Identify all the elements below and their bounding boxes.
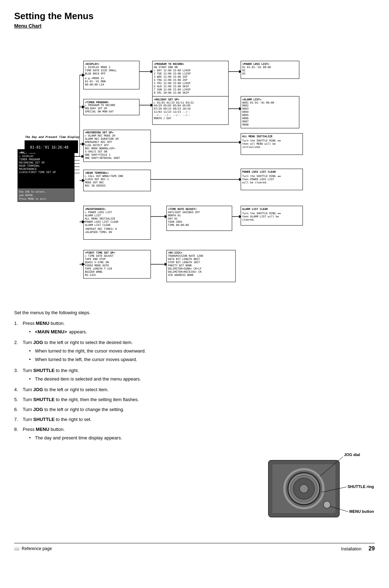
svg-text:▷ ALARM REC MODE           2H: ▷ ALARM REC MODE 2H <box>85 134 115 137</box>
svg-text:and ENTER.: and ENTER. <box>19 194 34 197</box>
svg-text:▷ CALL OUT     WRNG•TAPE END: ▷ CALL OUT WRNG•TAPE END <box>85 174 123 178</box>
steps-list: 1. Press MENU button. <MAIN MENU> appear… <box>14 320 375 443</box>
svg-text:QUASI V-SYNC          ON: QUASI V-SYNC ON <box>85 261 109 264</box>
svg-text:REC IN             SERIES: REC IN SERIES <box>85 184 105 187</box>
step-1: 1. Press MENU button. <MAIN MENU> appear… <box>14 320 375 337</box>
svg-text:<POWER LOSS LIST>: <POWER LOSS LIST> <box>242 62 269 66</box>
svg-text:0008: 0008 <box>242 123 249 126</box>
steps-intro: Set the menus by the following steps. <box>14 309 375 317</box>
svg-text:<DISPLAY>: <DISPLAY> <box>85 62 99 66</box>
svg-text:cleared.: cleared. <box>242 218 255 221</box>
svg-text:STOP BIT LENGTH       1BIT: STOP BIT LENGTH 1BIT <box>168 261 200 264</box>
step-4: 4. Turn JOG to the left or right to sele… <box>14 386 375 394</box>
svg-text:0005: 0005 <box>242 113 249 117</box>
svg-text:0004: 0004 <box>242 110 249 113</box>
svg-text:Turn the SHUTTLE RING ◄◄: Turn the SHUTTLE RING ◄◄ <box>242 139 280 142</box>
svg-text:3  WED   12:00   15:00      2S: 3 WED 12:00 15:00 2SP <box>154 75 188 78</box>
svg-text:▷ 01/01   01/15   02/11   03/2: ▷ 01/01 01/15 02/11 03/22 <box>154 101 194 104</box>
step-7: 7. Turn SHUTTLE to the right to set. <box>14 416 375 423</box>
svg-text:5  FRI   12:00   15:00   L24SP: 5 FRI 12:00 15:00 L24SP <box>154 82 191 85</box>
svg-text:<TIMER PROGRAM>: <TIMER PROGRAM> <box>85 101 109 104</box>
svg-point-156 <box>300 484 308 493</box>
svg-text:TIMER PROGRAM: TIMER PROGRAM <box>19 158 40 161</box>
menu-chart: <MAIN MENU> ▷ DISPLAY TIMER PROGRAM RECO… <box>14 32 375 302</box>
svg-text:0001   01-01-'01   00:00: 0001 01-01-'01 00:00 <box>242 101 274 104</box>
step-6: 6. Turn JOG to the left or right to chan… <box>14 406 375 414</box>
svg-text:SPECIAL DW         MON-SAT: SPECIAL DW MON-SAT <box>85 110 113 113</box>
svg-text:0003: 0003 <box>242 107 249 110</box>
svg-text:Turn the SHUTTLE RING ◄◄: Turn the SHUTTLE RING ◄◄ <box>242 174 280 178</box>
svg-text:<PROGRAM TO RECORD>: <PROGRAM TO RECORD> <box>154 62 184 66</box>
svg-text:RS-232C: RS-232C <box>85 273 96 277</box>
step-5: 5. Turn SHUTTLE to the right, then the s… <box>14 396 375 404</box>
step-8: 8. Press MENU button. The day and presen… <box>14 426 375 443</box>
svg-text:POWER LOSS LIST CLEAR: POWER LOSS LIST CLEAR <box>85 220 118 223</box>
svg-text:▷ DISPLAY MODE              2: ▷ DISPLAY MODE 2 <box>85 66 110 69</box>
svg-text:DELIMITER<SEND>      CR•LF: DELIMITER<SEND> CR•LF <box>168 267 202 270</box>
page-number: 29 <box>368 545 375 551</box>
svg-text:DAYLIGHT SAVINGS     OFF: DAYLIGHT SAVINGS OFF <box>168 211 200 214</box>
section-label: Installation <box>341 547 361 551</box>
svg-text:MAINTENANCE: MAINTENANCE <box>19 167 37 171</box>
svg-text:MONTH / DAY: MONTH / DAY <box>154 117 172 120</box>
ref-icon: 📖 <box>14 546 20 551</box>
svg-text:<FIRST TIME SET UP>: <FIRST TIME SET UP> <box>85 251 115 254</box>
svg-text:S-VHS/S SET             ON: S-VHS/S SET ON <box>85 150 107 153</box>
svg-text:01-01-'01  16:26:48: 01-01-'01 16:26:48 <box>30 145 68 149</box>
svg-text:DAY                   01: DAY 01 <box>168 217 178 220</box>
svg-text:--/--   --/--   --/--   --/--: --/-- --/-- --/-- --/-- <box>154 113 190 117</box>
footer-left: 📖 Reference page <box>14 546 52 551</box>
svg-text:0006: 0006 <box>242 117 249 120</box>
svg-text:<HOLIDAY SET UP>: <HOLIDAY SET UP> <box>154 98 179 101</box>
svg-text:TRANSMISSION RATE     1200: TRANSMISSION RATE 1200 <box>168 254 203 257</box>
svg-text:ALARM LIST CLEAR: ALARM LIST CLEAR <box>242 207 268 211</box>
svg-text:TIME DATE SIZE       SMALL: TIME DATE SIZE SMALL <box>85 69 117 72</box>
svg-text:DW    START    END       HR: DW START END HR <box>154 66 178 69</box>
svg-text:<RECORDING SET UP>: <RECORDING SET UP> <box>85 131 113 134</box>
step-3: 3. Turn SHUTTLE to the right. The desire… <box>14 367 375 384</box>
step-2: 2. Turn JOG to the left or right to sele… <box>14 339 375 364</box>
svg-text:then POWER LOSS LIST: then POWER LOSS LIST <box>242 178 274 181</box>
svg-text:DELIMITER<RECEIVE>     CR: DELIMITER<RECEIVE> CR <box>168 270 202 273</box>
svg-text:TAPE END            STOP: TAPE END STOP <box>85 257 106 261</box>
footer-right: Installation 29 <box>341 545 375 552</box>
svg-text:6  HLD   12:00   15:00     SKI: 6 HLD 12:00 15:00 SKIP <box>154 85 189 88</box>
svg-text:ALL MENU INITIALIZE: ALL MENU INITIALIZE <box>242 135 272 138</box>
svg-text:JOG dial: JOG dial <box>344 453 360 457</box>
svg-text:07/20   09/15   09/23   10/10: 07/20 09/15 09/23 10/10 <box>154 107 191 110</box>
svg-text:ONE SHOT•INTERVAL     SHOT: ONE SHOT•INTERVAL SHOT <box>85 156 120 160</box>
svg-text:The Day and Present Time Displ: The Day and Present Time Display <box>25 135 80 139</box>
svg-text:HOLIDAY SET UP: HOLIDAY SET UP <box>85 107 107 110</box>
svg-text:<REAR TERMINAL>: <REAR TERMINAL> <box>85 171 109 174</box>
svg-text:then ALARM LIST will be: then ALARM LIST will be <box>242 215 279 218</box>
svg-text:POWER LOSS LIST CLEAR: POWER LOSS LIST CLEAR <box>242 170 276 173</box>
svg-text:TAPE LENGTH        T-120: TAPE LENGTH T-120 <box>85 267 112 270</box>
svg-text:<TIME DATE ADJUST>: <TIME DATE ADJUST> <box>168 207 197 211</box>
svg-text:▷ POWER LOSS LIST: ▷ POWER LOSS LIST <box>85 211 112 214</box>
svg-text:CLOG DETECT            OFF: CLOG DETECT OFF <box>85 144 109 147</box>
svg-text:SHUTTLE ring: SHUTTLE ring <box>348 484 374 489</box>
svg-text:then all MENU will be: then all MENU will be <box>242 142 276 145</box>
svg-point-158 <box>323 501 330 508</box>
page-container: Setting the Menus Menu Chart <MAIN MENU>… <box>0 0 389 562</box>
section-title: Menu Chart <box>14 23 375 29</box>
svg-text:<MAINTENANCE>: <MAINTENANCE> <box>85 207 106 211</box>
svg-text:initialized.: initialized. <box>242 145 261 149</box>
svg-text:<ALARM LIST>: <ALARM LIST> <box>242 98 261 101</box>
svg-text:▷ PROGRAM TO RECORD: ▷ PROGRAM TO RECORD <box>85 104 115 107</box>
svg-text:Use JOG to select,: Use JOG to select, <box>19 190 46 193</box>
svg-text:0007: 0007 <box>242 120 249 123</box>
svg-text:03: 03 <box>242 72 245 75</box>
svg-text:<REPEAT REC TIMES>     0: <REPEAT REC TIMES> 0 <box>85 227 117 231</box>
ref-text: Reference page <box>22 546 52 551</box>
svg-text:ALARM LIST: ALARM LIST <box>85 214 101 217</box>
svg-text:PARITY BIT            NONE: PARITY BIT NONE <box>168 264 192 267</box>
page-title: Setting the Menus <box>14 11 375 22</box>
svg-text:Turn the SHUTTLE RING ◄◄: Turn the SHUTTLE RING ◄◄ <box>242 212 280 215</box>
svg-text:<ELAPSED TIME>        0H: <ELAPSED TIME> 0H <box>85 231 112 234</box>
svg-text:01  01-01-'01  00:00: 01 01-01-'01 00:00 <box>242 66 271 69</box>
svg-text:7  SUN   12:00   15:00   L24SP: 7 SUN 12:00 15:00 L24SP <box>154 88 191 91</box>
svg-text:will be cleared.: will be cleared. <box>242 181 268 184</box>
svg-text:<RS-232C>: <RS-232C> <box>168 251 183 254</box>
steps-section: Set the menus by the following steps. 1.… <box>14 309 375 443</box>
